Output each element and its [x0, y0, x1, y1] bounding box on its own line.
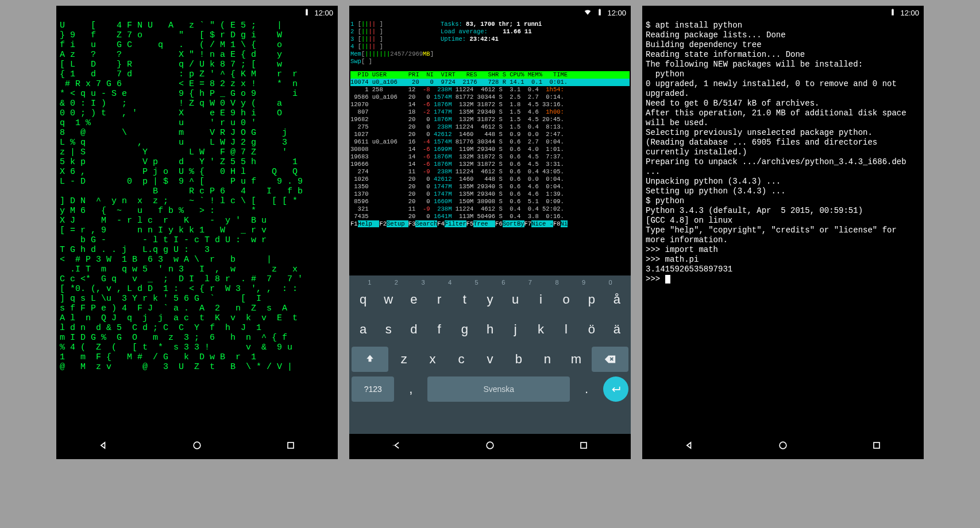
- terminal-line: >>> math.pi: [646, 255, 920, 265]
- htop-process-row[interactable]: 9611 u0_a106 16 -4 1574M 81776 30344 S 0…: [350, 138, 630, 146]
- phone-matrix-screen: 12:00 U [ 4 F N U A z ` " ( E 5 ; | } 9 …: [56, 6, 338, 459]
- soft-keyboard: 1234567890 qwertyuiopå asdfghjklöä zxcvb…: [349, 275, 631, 434]
- letter-key-r[interactable]: r: [428, 287, 451, 312]
- letter-key-ö[interactable]: ö: [580, 317, 603, 342]
- back-button[interactable]: [684, 440, 695, 454]
- htop-process-row[interactable]: 9586 u0_a106 20 0 1574M 81772 30344 S 2.…: [350, 94, 630, 101]
- recents-button[interactable]: [285, 440, 296, 454]
- htop-process-row[interactable]: 1026 20 0 42612 1460 448 S 0.6 0.0 0:04.: [350, 176, 630, 183]
- letter-key-s[interactable]: s: [377, 317, 400, 342]
- status-bar: 12:00: [349, 6, 631, 20]
- letter-key-f[interactable]: f: [428, 317, 451, 342]
- letter-key-j[interactable]: j: [504, 317, 527, 342]
- android-nav-bar: [349, 434, 631, 459]
- terminal-line: >>>: [646, 274, 920, 284]
- back-button[interactable]: [391, 440, 402, 454]
- svg-rect-3: [581, 442, 587, 448]
- letter-key-g[interactable]: g: [453, 317, 476, 342]
- htop-process-row[interactable]: 1 258 12 -8 238M 11224 4612 S 3.1 0.4 1h…: [350, 86, 630, 94]
- htop-process-row[interactable]: 321 11 -9 238M 11224 4612 S 0.4 0.4 52:0…: [350, 205, 630, 213]
- htop-process-row[interactable]: 8596 20 0 1660M 150M 38908 S 0.6 5.1 0:0…: [350, 198, 630, 205]
- htop-process-row[interactable]: 12070 14 -6 1876M 132M 31872 S 1.8 4.5 3…: [350, 101, 630, 108]
- letter-key-p[interactable]: p: [580, 287, 603, 312]
- terminal-line: Type "help", "copyright", "credits" or "…: [646, 226, 920, 245]
- android-nav-bar: [642, 434, 924, 459]
- phone-htop-screen: 12:00 1 [|||| ] 2 [|||| ] 3 [|||| ] 4 [|…: [349, 6, 631, 459]
- htop-process-row[interactable]: 1370 20 0 1747M 135M 29340 S 0.6 4.6 1:3…: [350, 191, 630, 198]
- terminal-line: python: [646, 69, 920, 79]
- battery-icon: [303, 8, 311, 18]
- home-button[interactable]: [777, 440, 789, 454]
- letter-key-ä[interactable]: ä: [605, 317, 628, 342]
- htop-uptime-value: 23:42:41: [469, 36, 498, 42]
- htop-process-row[interactable]: 19683 14 -6 1876M 132M 31872 S 0.6 4.5 7…: [350, 153, 630, 161]
- htop-process-row[interactable]: 274 11 -9 238M 11224 4612 S 0.6 0.4 43:0…: [350, 168, 630, 176]
- shift-key[interactable]: [352, 347, 388, 372]
- htop-process-row[interactable]: 807 18 -2 1747M 135M 29340 S 1.5 4.6 1h0…: [350, 108, 630, 116]
- htop-row-highlighted[interactable]: 10074 u0_a106 20 0 9724 2176 728 R 14.1 …: [350, 79, 630, 86]
- recents-button[interactable]: [871, 440, 882, 454]
- htop-terminal[interactable]: 1 [|||| ] 2 [|||| ] 3 [|||| ] 4 [|||| ] …: [349, 20, 631, 434]
- htop-process-row[interactable]: 30808 14 -6 1699M 119M 29340 S 0.6 4.0 1…: [350, 146, 630, 153]
- letter-key-c[interactable]: c: [448, 347, 474, 372]
- svg-rect-1: [288, 442, 294, 448]
- matrix-terminal[interactable]: U [ 4 F N U A z ` " ( E 5 ; | } 9 f Z 7 …: [56, 20, 338, 434]
- terminal-line: $ python: [646, 196, 920, 206]
- wifi-icon: [583, 8, 592, 18]
- terminal-line: $ apt install python: [646, 21, 920, 30]
- terminal-line: 0 upgraded, 1 newly installed, 0 to remo…: [646, 79, 920, 99]
- letter-key-h[interactable]: h: [479, 317, 501, 342]
- letter-key-k[interactable]: k: [529, 317, 552, 342]
- terminal-line: [GCC 4.8] on linux: [646, 216, 920, 226]
- htop-tasks-value: 83, 1700 thr; 1 runni: [466, 21, 542, 28]
- letter-key-q[interactable]: q: [352, 287, 375, 312]
- status-bar: 12:00: [642, 6, 924, 20]
- battery-icon: [596, 8, 604, 18]
- letter-key-i[interactable]: i: [529, 287, 552, 312]
- letter-key-u[interactable]: u: [504, 287, 527, 312]
- terminal-line: The following NEW packages will be insta…: [646, 60, 920, 69]
- htop-process-row[interactable]: 7435 20 0 1641M 113M 50496 S 0.4 3.8 0:1…: [350, 213, 630, 220]
- home-button[interactable]: [484, 440, 496, 454]
- spacebar[interactable]: Svenska: [427, 376, 570, 402]
- htop-process-row[interactable]: 1027 20 0 42612 1460 448 S 0.9 0.0 2:47.: [350, 131, 630, 138]
- letter-key-e[interactable]: e: [402, 287, 425, 312]
- enter-key[interactable]: [603, 376, 628, 402]
- python-terminal[interactable]: $ apt install pythonReading package list…: [642, 20, 924, 434]
- recents-button[interactable]: [578, 440, 589, 454]
- backspace-key[interactable]: [592, 347, 628, 372]
- terminal-line: After this operation, 21.0 MB of additio…: [646, 108, 920, 128]
- letter-key-w[interactable]: w: [377, 287, 400, 312]
- status-clock: 12:00: [900, 9, 919, 17]
- letter-key-z[interactable]: z: [391, 347, 417, 372]
- letter-key-m[interactable]: m: [563, 347, 589, 372]
- period-key[interactable]: .: [572, 376, 601, 402]
- htop-process-row[interactable]: 19666 14 -6 1876M 132M 31872 S 0.6 4.5 3…: [350, 161, 630, 168]
- letter-key-t[interactable]: t: [453, 287, 476, 312]
- letter-key-l[interactable]: l: [554, 317, 577, 342]
- back-button[interactable]: [98, 440, 109, 454]
- letter-key-o[interactable]: o: [554, 287, 577, 312]
- number-hint: 1: [368, 279, 371, 286]
- terminal-line: Setting up python (3.4.3) ...: [646, 187, 920, 196]
- android-nav-bar: [56, 434, 338, 459]
- letter-key-å[interactable]: å: [605, 287, 628, 312]
- htop-header: 1 [|||| ] 2 [|||| ] 3 [|||| ] 4 [|||| ] …: [350, 21, 630, 65]
- letter-key-a[interactable]: a: [352, 317, 375, 342]
- letter-key-v[interactable]: v: [477, 347, 503, 372]
- status-clock: 12:00: [607, 9, 626, 17]
- htop-process-row[interactable]: 275 20 0 238M 11224 4612 S 1.5 0.4 8:13.: [350, 123, 630, 131]
- terminal-line: Unpacking python (3.4.3) ...: [646, 177, 920, 187]
- htop-process-row[interactable]: 19682 20 0 1876M 132M 31872 S 1.5 4.5 20…: [350, 116, 630, 123]
- comma-key[interactable]: ,: [396, 376, 425, 402]
- letter-key-b[interactable]: b: [506, 347, 532, 372]
- htop-process-row[interactable]: 1350 20 0 1747M 135M 29340 S 0.6 4.6 0:0…: [350, 183, 630, 191]
- letter-key-y[interactable]: y: [479, 287, 501, 312]
- letter-key-d[interactable]: d: [402, 317, 425, 342]
- letter-key-x[interactable]: x: [419, 347, 446, 372]
- home-button[interactable]: [191, 440, 203, 454]
- letter-key-n[interactable]: n: [534, 347, 561, 372]
- symbols-key[interactable]: ?123: [352, 376, 394, 402]
- number-hint: 9: [582, 279, 585, 286]
- number-hint: 4: [448, 279, 452, 286]
